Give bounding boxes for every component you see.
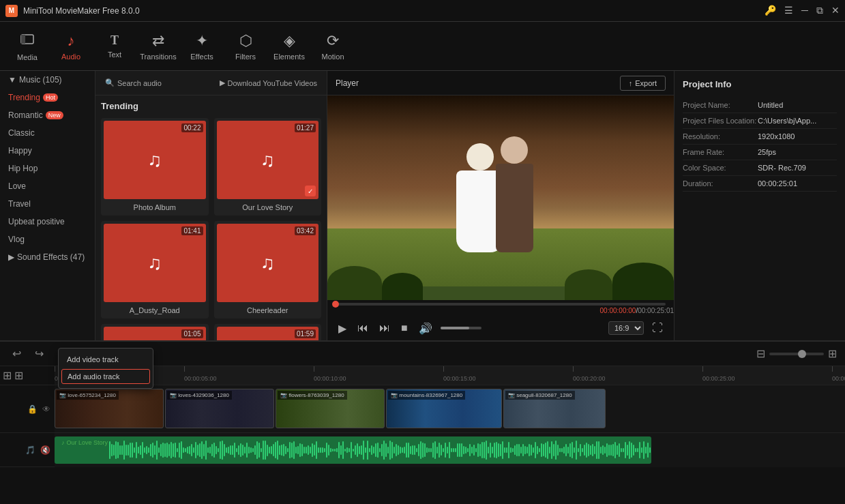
video-eye-icon[interactable]: 👁 xyxy=(41,403,52,415)
player-controls-right: 16:9 4:3 1:1 ⛶ xyxy=(608,321,666,336)
zoom-slider[interactable] xyxy=(769,353,824,355)
next-frame-button[interactable]: ⏭ xyxy=(376,321,393,336)
svg-rect-1 xyxy=(21,35,25,44)
color-space-label: Color Space: xyxy=(683,164,758,172)
minimize-icon[interactable]: ─ xyxy=(801,5,808,16)
video-clip-loves[interactable]: 📷 loves-4329036_1280 xyxy=(165,389,274,428)
audio-card-cheerleader[interactable]: ♫ 03:42 Cheerleader xyxy=(214,221,322,318)
export-button[interactable]: ↑ Export xyxy=(620,76,666,91)
toolbar-transitions[interactable]: ⇄ Transitions xyxy=(136,25,180,68)
fullscreen-button[interactable]: ⛶ xyxy=(649,321,666,336)
toolbar-elements[interactable]: ◈ Elements xyxy=(267,25,311,68)
search-audio-btn[interactable]: 🔍 Search audio xyxy=(101,76,166,89)
toolbar-media[interactable]: Media xyxy=(5,25,49,68)
toolbar-audio[interactable]: ♪ Audio xyxy=(49,25,93,68)
audio-duration-baby: 01:59 xyxy=(295,329,316,338)
transitions-label: Transitions xyxy=(140,53,176,61)
youtube-icon: ▶ xyxy=(220,78,225,87)
volume-icon[interactable]: 🔊 xyxy=(416,321,435,336)
undo-button[interactable]: ↩ xyxy=(8,345,25,362)
text-icon: T xyxy=(110,33,119,48)
audio-card-baby[interactable]: ♫ 01:59 Baby xyxy=(214,324,322,340)
restore-icon[interactable]: ⧉ xyxy=(816,5,823,16)
sidebar-item-love[interactable]: Love xyxy=(0,177,95,195)
toolbar-text[interactable]: T Text xyxy=(93,25,136,68)
trending-label: Trending xyxy=(8,93,40,102)
audio-thumb-baby: ♫ 01:59 xyxy=(217,327,319,340)
sidebar-item-hiphop[interactable]: Hip Hop xyxy=(0,160,95,177)
toolbar-filters[interactable]: ⬡ Filters xyxy=(224,25,267,68)
add-video-track-btn[interactable]: Add video track xyxy=(59,351,153,368)
sound-effects-header[interactable]: ▶ Sound Effects (47) xyxy=(0,248,95,266)
audio-thumb-dusty-road: ♫ 01:41 xyxy=(104,224,206,302)
add-video-track-icon[interactable]: ⊞ xyxy=(3,369,12,382)
zoom-in-icon[interactable]: ⊞ xyxy=(828,347,837,360)
play-button[interactable]: ▶ xyxy=(336,321,349,336)
zoom-handle[interactable] xyxy=(798,350,806,358)
download-youtube-btn[interactable]: ▶ Download YouTube Videos xyxy=(216,76,322,89)
settings-icon[interactable]: 🔑 xyxy=(765,5,776,16)
audio-card-photo-album[interactable]: ♫ 00:22 Photo Album xyxy=(101,118,209,216)
menu-icon[interactable]: ☰ xyxy=(784,5,793,16)
audio-card-challenge[interactable]: ♫ 01:05 Challenge xyxy=(101,324,209,340)
project-files-value: C:\Users\bj\App... xyxy=(758,117,816,125)
clip-label-mountains: 📷 mountains-8326967_1280 xyxy=(388,391,465,400)
toolbar-motion[interactable]: ⟳ Motion xyxy=(311,25,355,68)
timeline-ruler: 00:00:00 00:00:05:00 00:00:10:00 00:00:1… xyxy=(55,366,845,385)
video-clip-mountains[interactable]: 📷 mountains-8326967_1280 xyxy=(386,389,502,428)
filters-icon: ⬡ xyxy=(239,32,252,50)
aspect-ratio-select[interactable]: 16:9 4:3 1:1 xyxy=(608,321,644,335)
player-progress[interactable] xyxy=(327,300,674,306)
add-audio-track-btn[interactable]: Add audio track xyxy=(61,369,150,384)
close-icon[interactable]: ✕ xyxy=(831,5,840,16)
happy-label: Happy xyxy=(8,146,32,155)
audio-track-controls: 🎵 🔇 xyxy=(0,433,55,467)
video-lock-icon[interactable]: 🔒 xyxy=(26,403,39,415)
sidebar-item-vlog[interactable]: Vlog xyxy=(0,231,95,248)
ruler-mark-25: 00:00:25:00 xyxy=(702,366,735,385)
player-controls-left: ▶ ⏮ ⏭ ■ 🔊 xyxy=(336,321,481,336)
romantic-label: Romantic xyxy=(8,110,43,120)
audio-lock-icon[interactable]: 🎵 xyxy=(24,444,37,456)
motion-icon: ⟳ xyxy=(327,32,339,50)
sidebar-item-romantic[interactable]: Romantic New xyxy=(0,106,95,124)
sidebar-item-happy[interactable]: Happy xyxy=(0,142,95,160)
sidebar-item-travel[interactable]: Travel xyxy=(0,195,95,213)
middle-toolbar: 🔍 Search audio ▶ Download YouTube Videos xyxy=(95,71,327,95)
hiphop-label: Hip Hop xyxy=(8,164,38,173)
timeline-right[interactable]: 00:00:00 00:00:05:00 00:00:10:00 00:00:1… xyxy=(55,366,845,504)
sidebar-item-classic[interactable]: Classic xyxy=(0,124,95,142)
video-clip-love[interactable]: 📷 love-6575234_1280 xyxy=(55,389,164,428)
zoom-out-icon[interactable]: ⊟ xyxy=(756,347,765,360)
project-info-title: Project Info xyxy=(683,79,837,89)
redo-button[interactable]: ↪ xyxy=(31,345,48,362)
progress-bar[interactable] xyxy=(336,303,666,306)
video-clip-seagull[interactable]: 📷 seagull-8320687_1280 xyxy=(503,389,606,428)
volume-slider[interactable] xyxy=(441,327,481,329)
sidebar-item-upbeat[interactable]: Upbeat positive xyxy=(0,213,95,231)
video-clip-flowers[interactable]: 📷 flowers-8763039_1280 xyxy=(276,389,385,428)
app-title: MiniTool MovieMaker Free 8.0.0 xyxy=(23,6,140,16)
filters-label: Filters xyxy=(235,53,256,61)
audio-section-title: Trending xyxy=(101,101,321,111)
music-category-header[interactable]: ▼ Music (105) xyxy=(0,71,95,89)
frame-rate-row: Frame Rate: 25fps xyxy=(683,145,837,160)
titlebar-controls[interactable]: 🔑 ☰ ─ ⧉ ✕ xyxy=(765,5,840,16)
toolbar-effects[interactable]: ✦ Effects xyxy=(180,25,224,68)
audio-note-icon: ♪ xyxy=(61,439,65,446)
transitions-icon: ⇄ xyxy=(152,32,164,50)
add-audio-track-icon[interactable]: ⊞ xyxy=(14,369,23,382)
audio-thumb-challenge: ♫ 01:05 xyxy=(104,327,206,340)
sidebar-item-trending[interactable]: Trending Hot xyxy=(0,89,95,106)
stop-button[interactable]: ■ xyxy=(398,321,411,336)
audio-waveform[interactable]: ♪ Our Love Story xyxy=(55,436,651,464)
audio-mute-icon[interactable]: 🔇 xyxy=(39,444,52,456)
audio-card-our-love-story[interactable]: ♫ 01:27 ✓ Our Love Story xyxy=(214,118,322,216)
prev-frame-button[interactable]: ⏮ xyxy=(355,321,371,336)
music-expand-icon: ▼ xyxy=(8,75,16,85)
time-current: 00:00:00:00 xyxy=(600,307,636,314)
progress-handle[interactable] xyxy=(332,301,339,308)
audio-card-dusty-road[interactable]: ♫ 01:41 A_Dusty_Road xyxy=(101,221,209,318)
left-panel: ▼ Music (105) Trending Hot Romantic New … xyxy=(0,71,95,340)
resolution-row: Resolution: 1920x1080 xyxy=(683,129,837,145)
